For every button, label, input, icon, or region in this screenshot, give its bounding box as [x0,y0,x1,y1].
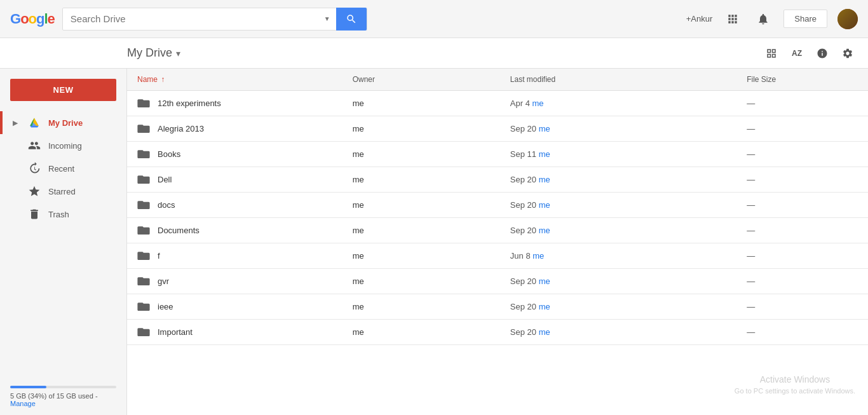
user-name[interactable]: +Ankur [686,14,713,24]
file-list: 12th experiments me Apr 4 me — Alegria 2… [127,91,868,345]
trash-icon [28,208,41,221]
apps-grid-icon [726,13,739,25]
file-modified: Sep 20 me [500,116,736,142]
file-size: — [736,142,868,167]
search-dropdown-button[interactable]: ▼ [318,8,336,30]
sidebar-item-starred[interactable]: Starred [0,180,126,203]
folder-icon [137,275,150,287]
delete-icon [28,208,41,221]
settings-button[interactable] [837,43,858,64]
file-name: docs [158,200,175,210]
logo-o2: o [29,11,36,27]
new-button[interactable]: NEW [10,79,116,101]
table-row[interactable]: Dell me Sep 20 me — [127,167,868,193]
file-owner: me [342,269,500,294]
table-row[interactable]: docs me Sep 20 me — [127,193,868,218]
file-modified: Sep 11 me [500,142,736,167]
table-header: Name ↑ Owner Last modified File Size [127,69,868,91]
file-size: — [736,294,868,320]
table-row[interactable]: Important me Sep 20 me — [127,320,868,345]
file-size: — [736,243,868,269]
file-size: — [736,116,868,142]
file-modified: Sep 20 me [500,218,736,243]
file-owner: me [342,218,500,243]
folder-icon [137,326,150,338]
info-button[interactable] [812,43,832,64]
file-modified: Apr 4 me [500,91,736,116]
folder-svg [137,224,150,235]
google-logo: Google [10,11,55,27]
table-row[interactable]: Books me Sep 11 me — [127,142,868,167]
notifications-button[interactable] [753,9,773,29]
my-drive-icon [28,116,41,129]
main-content: Name ↑ Owner Last modified File Size [127,69,868,415]
file-owner: me [342,320,500,345]
file-modified: Sep 20 me [500,193,736,218]
sidebar-item-my-drive[interactable]: ▶ My Drive [0,111,126,134]
storage-bar-background [10,386,116,388]
file-modified: Jun 8 me [500,243,736,269]
file-size: — [736,320,868,345]
sidebar-item-incoming[interactable]: Incoming [0,134,126,157]
folder-icon [137,301,150,313]
file-size: — [736,193,868,218]
folder-svg [137,97,150,107]
recent-icon [28,162,41,175]
mydrive-dropdown-icon: ▾ [176,48,180,58]
sidebar-starred-label: Starred [48,187,76,196]
star-icon [28,185,41,198]
table-row[interactable]: f me Jun 8 me — [127,243,868,269]
sidebar-item-recent[interactable]: Recent [0,157,126,180]
table-row[interactable]: Documents me Sep 20 me — [127,218,868,243]
name-column-header[interactable]: Name ↑ [127,69,342,91]
file-table: Name ↑ Owner Last modified File Size [127,69,868,345]
apps-grid-button[interactable] [722,9,743,29]
file-modified: Sep 20 me [500,167,736,193]
file-owner: me [342,243,500,269]
manage-link[interactable]: Manage [10,400,36,407]
file-name: Dell [158,175,172,184]
file-name: gvr [158,276,169,286]
folder-svg [137,301,150,311]
grid-view-button[interactable] [761,43,782,64]
mydrive-title[interactable]: My Drive ▾ [127,46,180,60]
file-owner: me [342,294,500,320]
share-button[interactable]: Share [783,10,827,28]
subheader-icons: AZ [761,43,858,64]
search-input[interactable] [63,13,318,24]
file-name: f [158,251,160,261]
owner-column-header[interactable]: Owner [342,69,500,91]
file-modified: Sep 20 me [500,320,736,345]
file-owner: me [342,193,500,218]
storage-info: 5 GB (34%) of 15 GB used - Manage [0,376,126,415]
sort-button[interactable]: AZ [787,43,807,64]
folder-svg [137,275,150,285]
file-owner: me [342,142,500,167]
sidebar-my-drive-label: My Drive [48,118,83,128]
file-name: Important [158,327,193,337]
topbar-right: +Ankur Share [686,9,858,29]
clock-icon [28,162,41,175]
folder-svg [137,199,150,209]
file-size: — [736,218,868,243]
search-button[interactable] [336,8,367,31]
folder-icon [137,123,150,135]
table-row[interactable]: gvr me Sep 20 me — [127,269,868,294]
modified-column-header[interactable]: Last modified [500,69,736,91]
folder-icon [137,173,150,186]
folder-icon [137,250,150,262]
table-row[interactable]: Alegria 2013 me Sep 20 me — [127,116,868,142]
sidebar-recent-label: Recent [48,164,74,173]
file-size: — [736,91,868,116]
size-column-header[interactable]: File Size [736,69,868,91]
search-container: ▼ [62,8,367,31]
folder-icon [137,199,150,211]
avatar[interactable] [837,9,858,29]
sidebar-item-trash[interactable]: Trash [0,203,126,226]
file-modified: Sep 20 me [500,269,736,294]
table-row[interactable]: 12th experiments me Apr 4 me — [127,91,868,116]
storage-text: 5 GB (34%) of 15 GB used - Manage [10,392,116,407]
table-row[interactable]: ieee me Sep 20 me — [127,294,868,320]
logo-o1: o [20,11,28,27]
bell-icon [757,13,770,25]
